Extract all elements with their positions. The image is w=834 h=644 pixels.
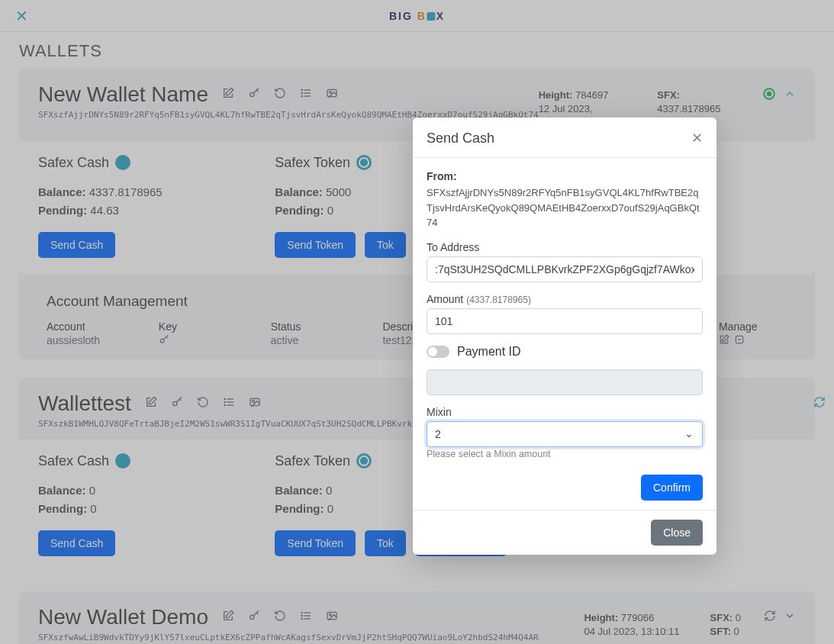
to-address-input[interactable] xyxy=(427,256,703,282)
confirm-button[interactable]: Confirm xyxy=(641,475,703,501)
from-label: From: xyxy=(427,170,703,182)
from-address: SFXszfAjjrDNYs5N89r2RFYq5nFB1syGVQL4KL7h… xyxy=(427,185,703,230)
close-icon[interactable]: ✕ xyxy=(691,130,703,147)
amount-label: Amount (4337.8178965) xyxy=(427,293,703,305)
payment-id-label: Payment ID xyxy=(457,345,521,359)
to-label: To Address xyxy=(427,241,703,253)
mixin-label: Mixin xyxy=(427,406,703,418)
payment-id-input xyxy=(427,369,703,395)
close-button[interactable]: Close xyxy=(651,520,703,546)
payment-id-toggle[interactable] xyxy=(427,346,449,358)
amount-input[interactable] xyxy=(427,308,703,334)
send-cash-modal: Send Cash ✕ From: SFXszfAjjrDNYs5N89r2RF… xyxy=(413,118,716,555)
modal-title: Send Cash xyxy=(427,130,494,147)
mixin-select[interactable] xyxy=(427,421,703,447)
